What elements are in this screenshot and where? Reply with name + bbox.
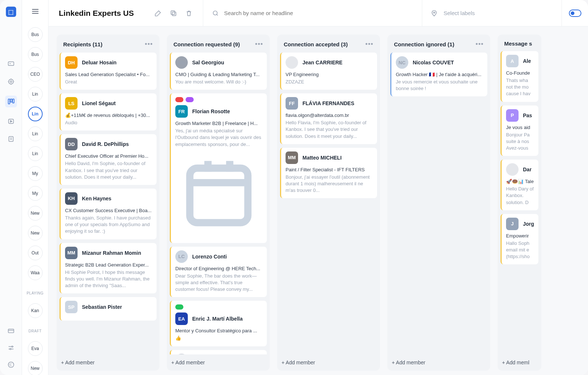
kanban-card[interactable]: EAEnric J. Martí AlbellaMentor y Consult… bbox=[170, 301, 267, 346]
sidebar-item[interactable]: Bus bbox=[28, 27, 43, 42]
toggle-view[interactable] bbox=[562, 0, 588, 26]
card-message: Yes, j'ai un média spécialisé sur l'Outb… bbox=[175, 128, 262, 148]
card-name: Florian Rosotte bbox=[192, 108, 230, 114]
sidebar-item[interactable]: Lin bbox=[28, 126, 43, 141]
kanban-card[interactable]: Dar🚀🍩📊 TaleHello Dary of Kanbox. solutio… bbox=[501, 160, 538, 210]
target-icon[interactable] bbox=[7, 78, 15, 85]
card-name: Lorenzo Conti bbox=[192, 254, 227, 260]
menu-icon[interactable] bbox=[31, 7, 40, 16]
card-subtitle: Empowerir bbox=[506, 233, 534, 239]
card-message: Audio bbox=[65, 119, 152, 126]
svg-rect-0 bbox=[8, 62, 14, 65]
kanban-card[interactable]: KHKen HaynesCX Customer Success Executiv… bbox=[60, 189, 157, 239]
document-icon[interactable] bbox=[7, 135, 15, 143]
add-member-button[interactable]: + Add member bbox=[387, 354, 490, 371]
card-subtitle: CX Customer Success Executive | Boa... bbox=[65, 208, 152, 213]
kanban-card[interactable]: SGSal GeorgiouCMO | Guiding & Leading Ma… bbox=[170, 53, 267, 90]
trash-icon[interactable] bbox=[185, 10, 193, 17]
sidebar-item[interactable]: Kan bbox=[28, 303, 43, 318]
moon-icon[interactable] bbox=[7, 361, 15, 368]
sidebar-item[interactable]: New bbox=[28, 226, 43, 240]
card-message: Hallo Soph email mit e (https://sho bbox=[506, 240, 534, 260]
play-icon[interactable] bbox=[7, 118, 15, 125]
card-name: Enric J. Martí Albella bbox=[192, 316, 243, 322]
kanban-card[interactable]: DHDeluar HosainSales Lead Generation Spe… bbox=[60, 53, 157, 90]
label-pill bbox=[175, 304, 183, 310]
avatar: NC bbox=[396, 56, 408, 69]
add-member-button[interactable]: + Add meml bbox=[498, 354, 541, 371]
svg-rect-8 bbox=[8, 329, 14, 333]
card-name: Mizanur Rahman Momin bbox=[82, 250, 141, 256]
kanban-column: Connection ignored (1)•••NCNicolas COUVE… bbox=[387, 35, 490, 371]
kanban-card[interactable]: PPasJe vous aidBonjour Pa suite à nos Av… bbox=[501, 106, 538, 156]
kanban-card[interactable]: NCNicolas COUVETGrowth Hacker 🇫🇷 | Je t'… bbox=[390, 53, 487, 96]
kanban-card[interactable]: FRFlorian RosotteGrowth Marketer B2B | F… bbox=[170, 93, 267, 243]
column-menu-icon[interactable]: ••• bbox=[365, 40, 373, 48]
kanban-card[interactable]: Jean CARRIEREVP EngineeringZDZAZE bbox=[280, 53, 377, 90]
sidebar-item[interactable]: Eva bbox=[28, 341, 43, 356]
kanban-card[interactable]: DDDavid R. DePhillipsChief Executive Off… bbox=[60, 134, 157, 185]
svg-point-10 bbox=[10, 349, 11, 350]
kanban-card[interactable]: LCLorenzo ContiDirector of Engineering @… bbox=[170, 247, 267, 297]
kanban-card[interactable]: MMMatteo MICHELIPaint / Filter Specialis… bbox=[280, 148, 377, 199]
add-member-button[interactable]: + Add member bbox=[277, 354, 380, 371]
kanban-card[interactable]: FFFLÁVIA FERNANDESflavia.olgon@alterdata… bbox=[280, 93, 377, 144]
card-name: Pas bbox=[523, 113, 532, 118]
sidebar-item[interactable]: New bbox=[28, 361, 43, 375]
kanban-card[interactable]: JJorgEmpowerirHallo Soph email mit e (ht… bbox=[501, 214, 538, 265]
sidebar-item[interactable]: New bbox=[28, 206, 43, 221]
avatar: MM bbox=[65, 247, 78, 259]
card-subtitle: Co-Founde bbox=[506, 70, 534, 76]
sidebar-item[interactable]: Lin bbox=[28, 107, 43, 121]
sidebar-item[interactable]: Waa bbox=[28, 265, 43, 280]
edit-icon[interactable] bbox=[154, 10, 162, 17]
copy-icon[interactable] bbox=[170, 10, 177, 17]
column-menu-icon[interactable]: ••• bbox=[476, 40, 484, 48]
column-title: Connection accepted (3) bbox=[284, 41, 348, 47]
sidebar-item[interactable]: My bbox=[28, 186, 43, 201]
sidebar-item[interactable]: Lin bbox=[28, 87, 43, 101]
card-name: David R. DePhillips bbox=[82, 141, 129, 147]
search-bar[interactable] bbox=[203, 0, 422, 26]
sidebar-item[interactable]: Out bbox=[28, 246, 43, 260]
avatar bbox=[506, 163, 519, 176]
sidebar-item[interactable]: CEO bbox=[28, 67, 43, 82]
sliders-icon[interactable] bbox=[7, 344, 15, 351]
card-name: Deluar Hosain bbox=[82, 60, 116, 65]
sidebar-group-label: DRAFT bbox=[29, 329, 42, 333]
svg-rect-16 bbox=[190, 168, 248, 222]
svg-point-9 bbox=[11, 346, 12, 347]
kanban-card[interactable]: PHPhilip HellyerFractional advisory for … bbox=[170, 350, 267, 355]
column-menu-icon[interactable]: ••• bbox=[255, 40, 263, 48]
card-subtitle: Growth Marketer B2B | Freelance | H... bbox=[175, 121, 262, 126]
card-message: Je vous remercie et vous souhaite une bo… bbox=[396, 79, 483, 92]
card-subtitle: Director of Engineering @ HERE Tech... bbox=[175, 266, 262, 271]
card-message: Thats wha not the mo cause I hav bbox=[506, 77, 534, 97]
search-input[interactable] bbox=[224, 10, 413, 16]
kanban-card[interactable]: LSLionel Ségaut💰+11M€ de revenus débloqu… bbox=[60, 93, 157, 131]
card-icon[interactable] bbox=[7, 327, 15, 335]
kanban-icon[interactable] bbox=[5, 96, 17, 107]
add-member-button[interactable]: + Add member bbox=[167, 354, 270, 371]
card-message: Bonjour Pa suite à nos Avez-vous bbox=[506, 132, 534, 152]
column-title: Connection requested (9) bbox=[173, 41, 240, 47]
card-name: Sebastian Pister bbox=[82, 304, 122, 310]
kanban-card[interactable]: SPSebastian Pister bbox=[60, 297, 157, 321]
avatar bbox=[286, 56, 298, 69]
column-menu-icon[interactable]: ••• bbox=[145, 40, 153, 48]
sidebar-item[interactable]: Lin bbox=[28, 146, 43, 161]
card-name: Lionel Ségaut bbox=[82, 100, 116, 106]
card-message: You are most welcome. Will do :-) bbox=[175, 79, 262, 85]
labels-select[interactable]: Select labels bbox=[422, 0, 562, 26]
sidebar-item[interactable]: My bbox=[28, 166, 43, 181]
page-title: Linkedin Experts US bbox=[59, 9, 134, 18]
card-subtitle: Growth Hacker 🇫🇷 | Je t'aide à acquéri..… bbox=[396, 72, 483, 77]
avatar: LS bbox=[65, 97, 78, 110]
card-subtitle: Mentor y Consultor Estratégico para ... bbox=[175, 328, 262, 333]
add-member-button[interactable]: + Add member bbox=[57, 354, 159, 371]
kanban-card[interactable]: AAleCo-FoundeThats wha not the mo cause … bbox=[501, 51, 538, 102]
sidebar-item[interactable]: Bus bbox=[28, 47, 43, 62]
labels-placeholder: Select labels bbox=[444, 10, 475, 16]
messages-icon[interactable] bbox=[7, 60, 15, 68]
kanban-card[interactable]: MMMizanur Rahman MominStrategic B2B Lead… bbox=[60, 243, 157, 294]
